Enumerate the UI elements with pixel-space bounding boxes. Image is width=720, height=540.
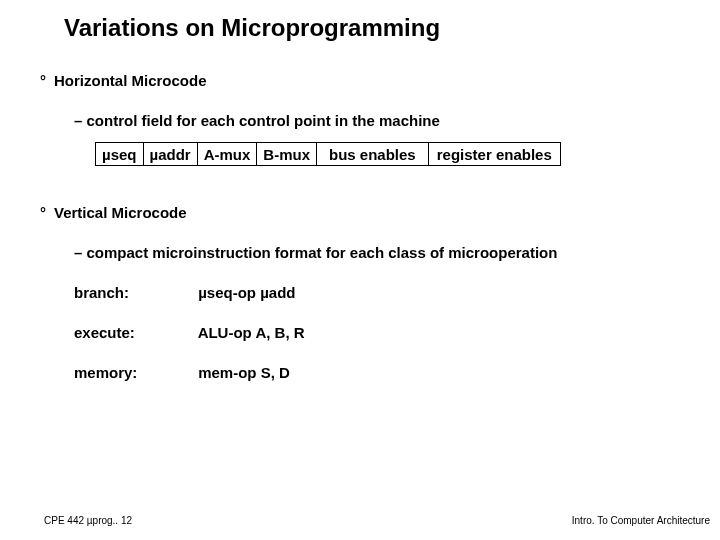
slide-title: Variations on Microprogramming	[64, 14, 440, 42]
sub-vertical: – compact microinstruction format for ea…	[74, 244, 557, 261]
microcode-field-row: µseq µaddr A-mux B-mux bus enables regis…	[95, 142, 561, 166]
cell-uaddr: µaddr	[143, 142, 197, 166]
cell-bus-enables: bus enables	[316, 142, 428, 166]
sub-horizontal: – control field for each control point i…	[74, 112, 440, 129]
cell-bmux: B-mux	[256, 142, 316, 166]
footer-right: Intro. To Computer Architecture	[572, 515, 710, 526]
row-branch: branch: µseq-op µadd	[74, 284, 295, 301]
bullet-horizontal: °Horizontal Microcode	[40, 72, 207, 89]
row-execute: execute: ALU-op A, B, R	[74, 324, 305, 341]
label-branch: branch:	[74, 284, 194, 301]
heading-vertical: Vertical Microcode	[54, 204, 187, 221]
cell-register-enables: register enables	[428, 142, 561, 166]
value-memory: mem-op S, D	[198, 364, 290, 381]
footer-left: CPE 442 µprog.. 12	[44, 515, 132, 526]
heading-horizontal: Horizontal Microcode	[54, 72, 207, 89]
value-execute: ALU-op A, B, R	[198, 324, 305, 341]
label-execute: execute:	[74, 324, 194, 341]
bullet-degree-icon: °	[40, 72, 54, 89]
cell-amux: A-mux	[197, 142, 257, 166]
value-branch: µseq-op µadd	[198, 284, 295, 301]
slide: Variations on Microprogramming °Horizont…	[0, 0, 720, 540]
bullet-vertical: °Vertical Microcode	[40, 204, 187, 221]
label-memory: memory:	[74, 364, 194, 381]
cell-useq: µseq	[95, 142, 143, 166]
bullet-degree-icon: °	[40, 204, 54, 221]
row-memory: memory: mem-op S, D	[74, 364, 290, 381]
